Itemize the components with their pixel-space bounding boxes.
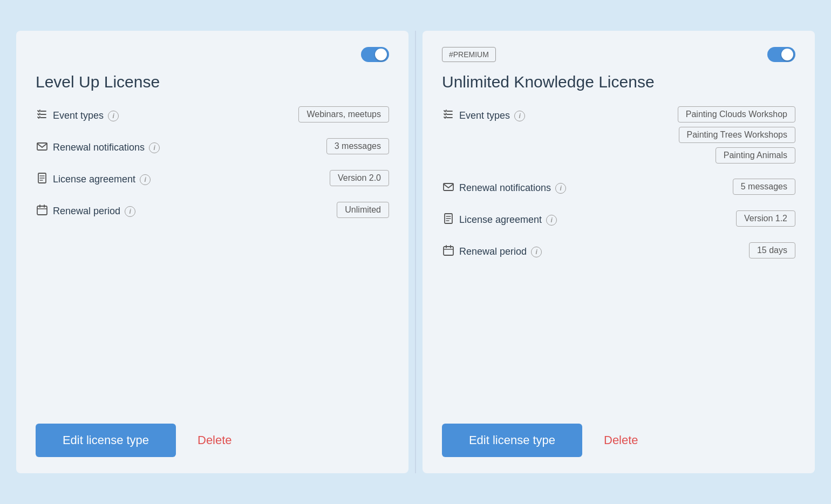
info-icon-renewal-notif-2[interactable]: i <box>555 183 566 194</box>
info-icon-event-types-1[interactable]: i <box>108 111 119 121</box>
field-label-group-event-types-1: Event typesi <box>36 106 154 123</box>
field-label-text-event-types-2: Event types <box>459 110 510 121</box>
field-value-group-event-types-2: Painting Clouds WorkshopPainting Trees W… <box>569 106 795 164</box>
license-card-1: Level Up License Event typesiWebinars, m… <box>16 31 408 473</box>
toggle-track <box>361 47 389 62</box>
field-label-text-renewal-period-1: Renewal period <box>53 206 120 217</box>
svg-rect-15 <box>444 183 453 190</box>
field-tag-event-types-2-1: Painting Trees Workshops <box>679 127 795 143</box>
field-label-group-renewal-period-1: Renewal periodi <box>36 202 154 219</box>
field-tag-renewal-period-2-0: 15 days <box>749 242 795 258</box>
field-tag-event-types-2-0: Painting Clouds Workshop <box>678 106 795 122</box>
field-label-group-event-types-2: Event typesi <box>442 106 561 123</box>
info-icon-renewal-period-2[interactable]: i <box>531 247 542 257</box>
svg-rect-8 <box>37 206 47 215</box>
field-value-group-renewal-period-2: 15 days <box>569 242 795 258</box>
field-value-group-event-types-1: Webinars, meetups <box>163 106 389 122</box>
field-label-group-license-agree-2: License agreementi <box>442 210 561 227</box>
field-tag-event-types-2-2: Painting Animals <box>716 147 795 164</box>
page-container: Level Up License Event typesiWebinars, m… <box>16 31 815 473</box>
envelope-icon <box>36 140 49 155</box>
field-label-group-renewal-notif-2: Renewal notificationsi <box>442 179 566 195</box>
field-row-renewal-period-2: Renewal periodi15 days <box>442 242 795 259</box>
field-label-group-license-agree-1: License agreementi <box>36 170 154 187</box>
svg-rect-20 <box>444 247 453 255</box>
checklist-icon <box>442 108 455 123</box>
field-value-group-license-agree-1: Version 2.0 <box>163 170 389 186</box>
field-row-renewal-notif-1: Renewal notificationsi3 messages <box>36 138 389 155</box>
delete-button-2[interactable]: Delete <box>604 433 638 447</box>
license-card-2: #PREMIUMUnlimited Knowledge License Even… <box>423 31 815 473</box>
field-tag-renewal-notif-2-0: 5 messages <box>733 179 795 195</box>
card-header-2: #PREMIUM <box>442 47 795 62</box>
toggle-switch-1[interactable] <box>361 47 389 62</box>
calendar-icon <box>36 204 49 219</box>
field-label-text-license-agree-2: License agreement <box>459 214 542 226</box>
svg-rect-3 <box>37 143 47 150</box>
field-tag-license-agree-1-0: Version 2.0 <box>330 170 389 186</box>
toggle-thumb <box>781 49 793 60</box>
card-title-2: Unlimited Knowledge License <box>442 73 795 91</box>
field-value-group-renewal-period-1: Unlimited <box>163 202 389 218</box>
card-footer-1: Edit license typeDelete <box>36 407 389 457</box>
delete-button-1[interactable]: Delete <box>197 433 232 447</box>
field-value-group-renewal-notif-2: 5 messages <box>575 179 795 195</box>
info-icon-renewal-notif-1[interactable]: i <box>149 142 160 153</box>
field-label-text-renewal-period-2: Renewal period <box>459 246 527 257</box>
calendar-icon <box>442 244 455 259</box>
field-tag-renewal-period-1-0: Unlimited <box>337 202 389 218</box>
premium-badge: #PREMIUM <box>442 47 496 62</box>
field-label-text-event-types-1: Event types <box>53 110 104 121</box>
field-label-text-license-agree-1: License agreement <box>53 174 135 185</box>
field-row-renewal-notif-2: Renewal notificationsi5 messages <box>442 179 795 195</box>
edit-license-type-button-1[interactable]: Edit license type <box>36 424 176 457</box>
field-tag-license-agree-2-0: Version 1.2 <box>736 210 795 227</box>
field-label-text-renewal-notif-2: Renewal notifications <box>459 182 551 194</box>
info-icon-license-agree-1[interactable]: i <box>140 174 151 185</box>
field-value-group-renewal-notif-1: 3 messages <box>168 138 389 154</box>
card-title-1: Level Up License <box>36 73 389 91</box>
field-tag-event-types-1-0: Webinars, meetups <box>298 106 389 122</box>
envelope-icon <box>442 181 455 195</box>
field-row-renewal-period-1: Renewal periodiUnlimited <box>36 202 389 219</box>
header-left: #PREMIUM <box>442 50 496 59</box>
field-row-license-agree-2: License agreementiVersion 1.2 <box>442 210 795 227</box>
info-icon-event-types-2[interactable]: i <box>514 111 525 121</box>
card-footer-2: Edit license typeDelete <box>442 407 795 457</box>
info-icon-renewal-period-1[interactable]: i <box>125 206 135 217</box>
card-divider <box>415 31 416 473</box>
toggle-thumb <box>375 49 387 60</box>
field-label-group-renewal-notif-1: Renewal notificationsi <box>36 138 160 155</box>
edit-license-type-button-2[interactable]: Edit license type <box>442 424 582 457</box>
toggle-track <box>767 47 795 62</box>
field-label-text-renewal-notif-1: Renewal notifications <box>53 142 145 153</box>
info-icon-license-agree-2[interactable]: i <box>546 215 557 226</box>
toggle-switch-2[interactable] <box>767 47 795 62</box>
doc-icon <box>36 172 49 187</box>
card-header-1 <box>36 47 389 62</box>
field-row-event-types-1: Event typesiWebinars, meetups <box>36 106 389 123</box>
doc-icon <box>442 213 455 227</box>
field-label-group-renewal-period-2: Renewal periodi <box>442 242 561 259</box>
field-value-group-license-agree-2: Version 1.2 <box>569 210 795 227</box>
checklist-icon <box>36 108 49 123</box>
field-row-license-agree-1: License agreementiVersion 2.0 <box>36 170 389 187</box>
field-tag-renewal-notif-1-0: 3 messages <box>326 138 389 154</box>
field-row-event-types-2: Event typesiPainting Clouds WorkshopPain… <box>442 106 795 164</box>
